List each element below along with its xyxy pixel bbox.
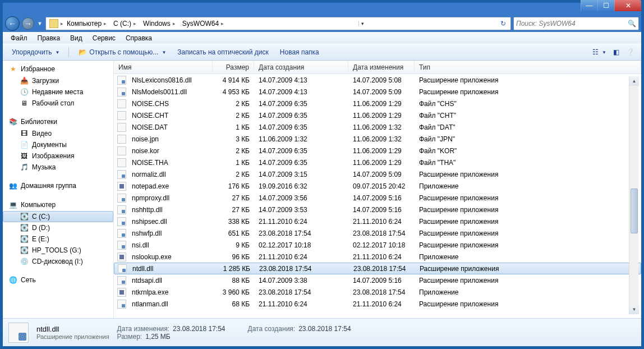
refresh-button[interactable]: ↻ [497,20,509,27]
file-name: NOISE.CHS [127,100,213,108]
file-list[interactable]: NlsLexicons0816.dll4 914 КБ14.07.2009 4:… [114,74,641,318]
file-modified: 14.07.2009 5:09 [348,88,415,96]
file-icon [117,146,126,155]
breadcrumb-item[interactable]: C (C:) ▸ [110,19,140,29]
sidebar-item-music[interactable]: 🎵Музыка [3,162,113,173]
file-type-icon [8,323,29,343]
column-headers: Имя Размер Дата создания Дата изменения … [114,61,641,74]
file-row[interactable]: NOISE.DAT1 КБ14.07.2009 6:3511.06.2009 1… [114,121,641,133]
file-name: NOISE.CHT [127,112,213,120]
sidebar-item-drive-g[interactable]: 💽HP_TOOLS (G:) [3,245,113,256]
col-size[interactable]: Размер [213,61,254,74]
col-type[interactable]: Тип [415,61,641,74]
file-modified: 09.07.2015 20:42 [348,182,415,190]
details-prop-value: 23.08.2018 17:54 [298,325,351,333]
sidebar-item-cd[interactable]: 💿CD-дисковод (I:) [3,256,113,267]
breadcrumb[interactable]: ▸ Компьютер ▸ C (C:) ▸ Windows ▸ SysWOW6… [45,17,511,30]
file-row[interactable]: nsi.dll9 КБ02.12.2017 10:1802.12.2017 10… [114,239,641,251]
file-row[interactable]: NlsLexicons0816.dll4 914 КБ14.07.2009 4:… [114,74,641,86]
open-with-button[interactable]: 📂Открыть с помощью...▼ [73,46,171,58]
new-folder-button[interactable]: Новая папка [275,47,324,58]
back-button[interactable]: ← [5,16,20,31]
breadcrumb-dropdown[interactable]: ▾ [358,21,366,26]
col-created[interactable]: Дата создания [254,61,348,74]
file-row[interactable]: NOISE.THA1 КБ14.07.2009 6:3511.06.2009 1… [114,157,641,168]
file-icon [117,276,126,285]
file-row[interactable]: noise.kor2 КБ14.07.2009 6:3511.06.2009 1… [114,145,641,157]
file-icon [117,194,126,203]
file-name: notepad.exe [127,182,213,190]
sidebar-network[interactable]: 🌐Сеть [3,274,113,286]
file-row[interactable]: NOISE.CHS2 КБ14.07.2009 6:3511.06.2009 1… [114,98,641,109]
file-modified: 21.11.2010 6:24 [348,300,415,308]
sidebar-computer[interactable]: 💻Компьютер [3,199,113,211]
sidebar-item-downloads[interactable]: 📥Загрузки [3,75,113,86]
menu-help[interactable]: Справка [121,33,157,43]
help-button[interactable]: ❔ [624,47,637,58]
burn-button[interactable]: Записать на оптический диск [173,47,273,58]
sidebar-favorites[interactable]: ★Избранное [3,63,113,75]
sidebar-item-videos[interactable]: 🎞Видео [3,128,113,139]
file-row[interactable]: nslookup.exe96 КБ21.11.2010 6:2421.11.20… [114,251,641,263]
history-dropdown[interactable]: ▼ [36,21,43,26]
sidebar-item-recent[interactable]: 🕓Недавние места [3,86,113,98]
breadcrumb-item[interactable]: SysWOW64 ▸ [179,19,227,29]
organize-button[interactable]: Упорядочить▼ [7,47,64,58]
menu-file[interactable]: Файл [6,33,32,43]
file-row[interactable]: ntkrnlpa.exe3 960 КБ23.08.2018 17:5423.0… [114,286,641,298]
file-row[interactable]: ntdsapi.dll88 КБ14.07.2009 3:3814.07.200… [114,274,641,286]
scroll-down-button[interactable]: ▼ [629,305,639,314]
preview-pane-button[interactable]: ◧ [611,47,622,58]
file-created: 11.06.2009 1:32 [254,135,348,143]
file-name: ntdll.dll [128,265,213,273]
file-icon [117,252,126,261]
body: ★Избранное 📥Загрузки 🕓Недавние места 🖥Ра… [3,61,641,318]
scroll-up-button[interactable]: ▲ [629,76,639,86]
sidebar-item-drive-d[interactable]: 💽D (D:) [3,222,113,233]
close-button[interactable]: ✕ [614,0,641,11]
breadcrumb-item[interactable]: Компьютер ▸ [63,19,110,29]
file-modified: 11.06.2009 1:29 [348,159,415,167]
file-row[interactable]: nshwfp.dll651 КБ23.08.2018 17:5423.08.20… [114,227,641,239]
sidebar-libraries[interactable]: 📚Библиотеки [3,116,113,128]
col-name[interactable]: Имя [114,61,213,74]
search-box[interactable]: 🔍 [513,17,639,30]
menu-view[interactable]: Вид [66,33,87,43]
scrollbar-thumb[interactable] [631,189,638,233]
sidebar-item-documents[interactable]: 📄Документы [3,139,113,150]
view-options-button[interactable]: ☷ ▼ [590,47,609,58]
sidebar-item-desktop[interactable]: 🖥Рабочий стол [3,98,113,109]
scrollbar[interactable]: ▲ ▼ [629,76,638,314]
file-row[interactable]: NOISE.CHT2 КБ14.07.2009 6:3511.06.2009 1… [114,109,641,121]
menu-tools[interactable]: Сервис [88,33,120,43]
breadcrumb-item[interactable]: Windows ▸ [140,19,179,29]
search-icon[interactable]: 🔍 [628,20,636,27]
sidebar-item-drive-e[interactable]: 💽E (E:) [3,233,113,245]
file-row[interactable]: npmproxy.dll27 КБ14.07.2009 3:5614.07.20… [114,192,641,204]
file-row[interactable]: ntdll.dll1 285 КБ23.08.2018 17:5423.08.2… [114,263,641,274]
file-created: 02.12.2017 10:18 [254,241,348,249]
sidebar-homegroup[interactable]: 👥Домашняя группа [3,180,113,192]
file-icon [117,229,126,238]
file-type: Приложение [415,253,641,261]
file-row[interactable]: NlsModels0011.dll4 953 КБ14.07.2009 4:13… [114,86,641,98]
col-modified[interactable]: Дата изменения [348,61,415,74]
sidebar-item-pictures[interactable]: 🖼Изображения [3,150,113,162]
menu-edit[interactable]: Правка [33,33,65,43]
forward-button[interactable]: → [22,17,34,30]
maximize-button[interactable]: ☐ [597,0,614,11]
file-size: 1 КБ [213,123,254,131]
file-row[interactable]: nshipsec.dll338 КБ21.11.2010 6:2421.11.2… [114,215,641,227]
file-row[interactable]: notepad.exe176 КБ19.09.2016 6:3209.07.20… [114,180,641,192]
file-row[interactable]: nshhttp.dll27 КБ14.07.2009 3:5314.07.200… [114,204,641,215]
file-created: 21.11.2010 6:24 [254,253,348,261]
file-row[interactable]: noise.jpn3 КБ11.06.2009 1:3211.06.2009 1… [114,133,641,145]
sidebar-item-drive-c[interactable]: 💽C (C:) [3,211,113,222]
file-modified: 21.11.2010 6:24 [348,218,415,226]
file-row[interactable]: normaliz.dll2 КБ14.07.2009 3:1514.07.200… [114,168,641,180]
search-input[interactable] [516,20,628,27]
details-prop-value: 23.08.2018 17:54 [173,325,225,333]
file-modified: 11.06.2009 1:29 [348,112,415,120]
file-row[interactable]: ntlanman.dll68 КБ21.11.2010 6:2421.11.20… [114,298,641,310]
minimize-button[interactable]: — [581,0,597,11]
